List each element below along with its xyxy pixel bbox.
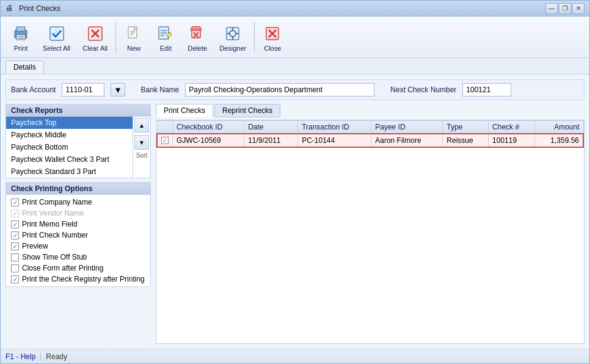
col-header-checkbox bbox=[157, 121, 173, 134]
delete-label: Delete bbox=[188, 45, 207, 52]
toolbar-divider-1 bbox=[115, 22, 116, 53]
print-company-label: Print Company Name bbox=[22, 198, 92, 206]
option-close-form[interactable]: Close Form after Printing bbox=[6, 263, 150, 274]
col-header-date: Date bbox=[244, 121, 298, 134]
edit-label: Edit bbox=[160, 45, 172, 52]
next-check-input[interactable] bbox=[462, 83, 511, 96]
minimize-button[interactable]: — bbox=[545, 3, 558, 14]
report-item-5[interactable]: Paycheck Standard 3 Part bbox=[6, 166, 133, 178]
clear-all-button[interactable]: Clear All bbox=[77, 21, 113, 55]
report-item-4[interactable]: Paycheck Wallet Check 3 Part bbox=[6, 153, 133, 166]
sort-label: Sort bbox=[133, 151, 150, 160]
report-item-1[interactable]: Paycheck Top bbox=[6, 117, 133, 129]
option-show-time-off[interactable]: Show Time Off Stub bbox=[6, 252, 150, 263]
close-form-label: Close Form after Printing bbox=[22, 264, 103, 272]
option-print-registry[interactable]: ✓ Print the Check Registry after Printin… bbox=[6, 274, 150, 285]
svg-rect-1 bbox=[16, 27, 25, 31]
table-row[interactable]: ✓ GJWC-10569 11/9/2011 PC-10144 Aaron Fi… bbox=[157, 134, 583, 147]
help-link[interactable]: F1 - Help bbox=[5, 352, 35, 361]
move-down-button[interactable]: ▼ bbox=[134, 135, 149, 150]
preview-checkbox[interactable]: ✓ bbox=[11, 242, 19, 250]
close-button[interactable]: Close bbox=[257, 21, 288, 55]
svg-rect-2 bbox=[16, 35, 25, 40]
designer-button[interactable]: Designer bbox=[214, 21, 252, 55]
restore-button[interactable]: ❐ bbox=[559, 3, 571, 14]
clear-all-label: Clear All bbox=[82, 45, 107, 52]
row-checkbox[interactable]: ✓ bbox=[157, 134, 173, 147]
new-icon bbox=[124, 24, 144, 43]
edit-button[interactable]: Edit bbox=[150, 21, 181, 55]
next-check-label: Next Check Number bbox=[390, 86, 456, 94]
title-bar-controls: — ❐ ✕ bbox=[545, 3, 585, 14]
window-icon: 🖨 bbox=[5, 4, 15, 13]
close-window-button[interactable]: ✕ bbox=[572, 3, 585, 14]
bank-name-input[interactable] bbox=[185, 83, 374, 96]
show-time-off-label: Show Time Off Stub bbox=[22, 253, 87, 261]
clear-all-icon bbox=[86, 24, 105, 43]
print-button[interactable]: Print bbox=[5, 21, 36, 55]
close-form-checkbox[interactable] bbox=[11, 264, 19, 272]
report-item-2[interactable]: Paycheck Middle bbox=[6, 129, 133, 141]
print-label: Print bbox=[14, 45, 28, 52]
main-tab-bar: Details bbox=[1, 58, 589, 75]
print-registry-checkbox[interactable]: ✓ bbox=[11, 275, 19, 283]
options-header: Check Printing Options bbox=[6, 183, 150, 195]
svg-rect-3 bbox=[18, 36, 24, 37]
print-memo-label: Print Memo Field bbox=[22, 220, 78, 228]
reports-container: Paycheck Top Paycheck Middle Paycheck Bo… bbox=[6, 117, 150, 178]
edit-icon bbox=[156, 24, 175, 43]
status-text: Ready bbox=[46, 352, 67, 361]
bank-account-input[interactable] bbox=[62, 83, 104, 96]
print-vendor-label: Print Vendor Name bbox=[22, 209, 84, 217]
title-bar: 🖨 Print Checks — ❐ ✕ bbox=[1, 1, 589, 16]
toolbar-divider-2 bbox=[254, 22, 255, 53]
print-registry-label: Print the Check Registry after Printing bbox=[22, 275, 145, 283]
row-date: 11/9/2011 bbox=[244, 134, 298, 147]
tab-reprint-checks[interactable]: Reprint Checks bbox=[214, 104, 280, 117]
delete-button[interactable]: Delete bbox=[182, 21, 213, 55]
option-preview[interactable]: ✓ Preview bbox=[6, 241, 150, 252]
show-time-off-checkbox[interactable] bbox=[11, 253, 19, 261]
print-memo-checkbox[interactable]: ✓ bbox=[11, 220, 19, 228]
col-header-transaction-id: Transaction ID bbox=[298, 121, 371, 134]
row-type: Reissue bbox=[443, 134, 489, 147]
move-up-button[interactable]: ▲ bbox=[134, 118, 149, 133]
svg-rect-5 bbox=[50, 27, 64, 40]
new-label: New bbox=[127, 45, 140, 52]
reports-controls: ▲ ▼ Sort bbox=[133, 117, 150, 178]
new-button[interactable]: New bbox=[118, 21, 149, 55]
select-all-icon bbox=[47, 24, 67, 43]
tab-print-checks[interactable]: Print Checks bbox=[156, 104, 213, 117]
checks-table: Checkbook ID Date Transaction ID Payee I… bbox=[156, 120, 584, 148]
status-bar: F1 - Help Ready bbox=[1, 349, 589, 363]
col-header-checkbook-id: Checkbook ID bbox=[173, 121, 244, 134]
print-check-number-checkbox[interactable]: ✓ bbox=[11, 231, 19, 239]
col-header-payee-id: Payee ID bbox=[371, 121, 443, 134]
tab-details[interactable]: Details bbox=[5, 60, 44, 74]
option-print-vendor: ✓ Print Vendor Name bbox=[6, 208, 150, 219]
bank-account-row: Bank Account ▼ Bank Name Next Check Numb… bbox=[5, 79, 585, 100]
options-section: Check Printing Options ✓ Print Company N… bbox=[5, 182, 151, 287]
row-checkbook-id: GJWC-10569 bbox=[173, 134, 244, 147]
reports-list: Paycheck Top Paycheck Middle Paycheck Bo… bbox=[6, 117, 133, 178]
svg-rect-4 bbox=[18, 38, 24, 39]
report-item-3[interactable]: Paycheck Bottom bbox=[6, 141, 133, 153]
print-company-checkbox[interactable]: ✓ bbox=[11, 198, 19, 206]
content-area: Bank Account ▼ Bank Name Next Check Numb… bbox=[1, 75, 589, 349]
print-vendor-checkbox: ✓ bbox=[11, 209, 19, 217]
option-print-company[interactable]: ✓ Print Company Name bbox=[6, 197, 150, 208]
select-all-button[interactable]: Select All bbox=[37, 21, 76, 55]
main-window: 🖨 Print Checks — ❐ ✕ Print bbox=[0, 0, 590, 364]
designer-label: Designer bbox=[219, 45, 246, 52]
check-reports-header: Check Reports bbox=[6, 104, 150, 117]
bank-account-label: Bank Account bbox=[11, 86, 56, 94]
option-print-memo[interactable]: ✓ Print Memo Field bbox=[6, 219, 150, 230]
close-icon bbox=[263, 24, 282, 43]
close-label: Close bbox=[264, 45, 281, 52]
bank-account-dropdown[interactable]: ▼ bbox=[111, 83, 125, 96]
svg-rect-21 bbox=[191, 29, 202, 31]
select-all-label: Select All bbox=[43, 45, 70, 52]
print-icon bbox=[11, 24, 31, 43]
col-header-amount: Amount bbox=[534, 121, 583, 134]
option-print-check-number[interactable]: ✓ Print Check Number bbox=[6, 230, 150, 241]
